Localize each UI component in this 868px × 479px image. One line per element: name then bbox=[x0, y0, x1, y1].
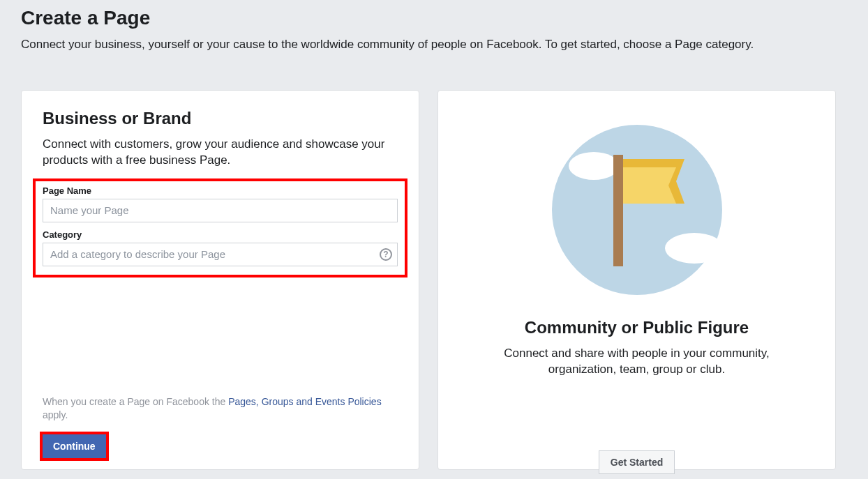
help-icon[interactable]: ? bbox=[380, 248, 392, 261]
highlight-box-form: Page Name Category ? bbox=[33, 178, 407, 277]
cards-container: Business or Brand Connect with customers… bbox=[0, 90, 868, 470]
policy-prefix: When you create a Page on Facebook the bbox=[43, 396, 228, 407]
policy-suffix: apply. bbox=[43, 409, 68, 420]
policy-text: When you create a Page on Facebook the P… bbox=[43, 395, 398, 422]
flag-illustration bbox=[546, 116, 728, 297]
category-group: Category ? bbox=[43, 229, 398, 266]
page-title: Create a Page bbox=[21, 7, 847, 29]
svg-point-2 bbox=[665, 233, 724, 264]
page-name-group: Page Name bbox=[43, 185, 398, 222]
svg-point-1 bbox=[569, 152, 619, 180]
policy-link[interactable]: Pages, Groups and Events Policies bbox=[228, 396, 381, 407]
get-started-button[interactable]: Get Started bbox=[599, 450, 675, 474]
page-name-input[interactable] bbox=[43, 199, 398, 222]
business-card-desc: Connect with customers, grow your audien… bbox=[43, 137, 398, 169]
category-input[interactable] bbox=[43, 243, 398, 266]
business-brand-card: Business or Brand Connect with customers… bbox=[21, 90, 419, 470]
community-card-desc: Connect and share with people in your co… bbox=[459, 346, 814, 378]
continue-button[interactable]: Continue bbox=[43, 434, 106, 458]
highlight-box-continue: Continue bbox=[40, 432, 109, 461]
page-header: Create a Page Connect your business, you… bbox=[0, 7, 868, 52]
svg-point-0 bbox=[552, 125, 722, 295]
community-card: Community or Public Figure Connect and s… bbox=[437, 90, 836, 470]
svg-rect-3 bbox=[613, 155, 623, 266]
page-name-label: Page Name bbox=[43, 185, 398, 196]
page-subtitle: Connect your business, yourself or your … bbox=[21, 38, 847, 52]
category-label: Category bbox=[43, 229, 398, 240]
community-card-title: Community or Public Figure bbox=[459, 318, 814, 337]
category-input-wrap: ? bbox=[43, 243, 398, 266]
business-card-title: Business or Brand bbox=[43, 109, 398, 128]
